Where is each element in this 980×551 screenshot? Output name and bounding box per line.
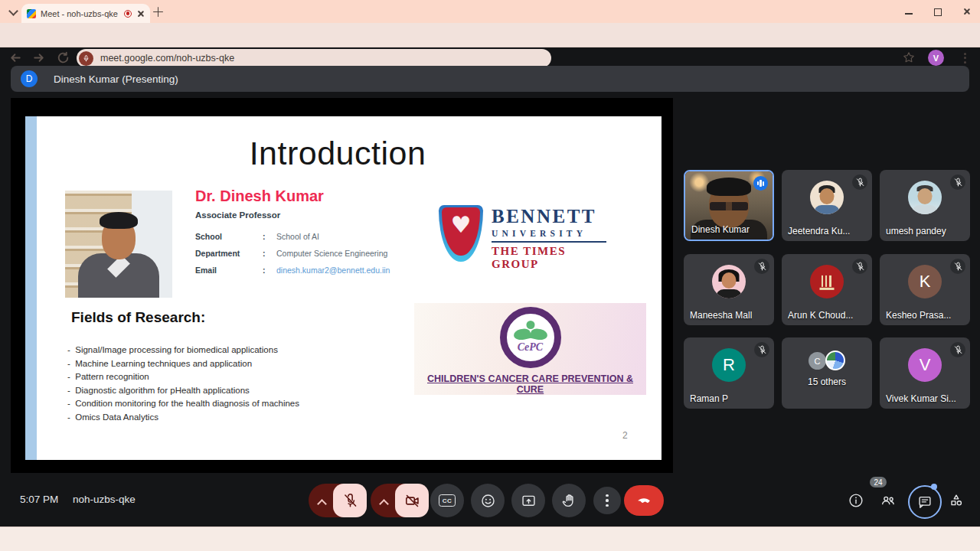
overflow-avatars: C [808,350,845,371]
overflow-label: 15 others [782,377,872,387]
more-options-button[interactable] [593,487,621,514]
reactions-button[interactable] [471,484,505,517]
field-item: Diagnostic algorithm for pHealth applica… [67,384,299,398]
screen: Meet - noh-uzbs-qke meet.google.com/noh-… [0,0,980,551]
audio-level-icon [753,176,768,191]
forward-icon[interactable] [32,51,45,64]
info-value: School of AI [276,232,319,241]
back-icon[interactable] [9,51,22,64]
browser-profile-avatar[interactable]: V [928,50,944,66]
activities-button[interactable] [941,485,972,516]
info-row-school: School: School of AI [195,232,319,241]
browser-tab[interactable]: Meet - noh-uzbs-qke [21,4,150,23]
field-item: Signal/Image processing for biomedical a… [67,344,299,357]
browser-menu-icon[interactable] [959,51,971,64]
present-icon [521,493,537,509]
camera-off-button[interactable] [395,484,429,517]
participant-avatar [810,181,844,214]
window-close-button[interactable] [962,6,972,17]
hand-icon [561,493,577,509]
participants-button[interactable] [873,485,903,516]
mic-off-icon [950,342,965,357]
participant-name: Maneesha Mall [690,310,752,321]
slide-page-number: 2 [622,430,628,441]
browser-toolbar: meet.google.com/noh-uzbs-qke V [0,23,980,47]
smiley-icon [480,493,496,509]
captions-button[interactable]: CC [430,484,464,517]
address-bar[interactable]: meet.google.com/noh-uzbs-qke [77,49,551,67]
participant-name: Kesheo Prasa... [886,310,951,321]
email-link: dinesh.kumar2@bennett.edu.iin [276,266,390,275]
mic-off-icon [754,259,769,274]
participant-avatar [908,181,942,214]
tab-title: Meet - noh-uzbs-qke [41,9,124,18]
presenter-avatar: D [21,70,38,87]
participant-name: Jeetendra Ku... [788,226,850,236]
field-item: Condition monitoring for the health diag… [67,397,299,411]
participant-tile[interactable]: Jeetendra Ku... [782,170,872,241]
fields-of-research-list: Signal/Image processing for biomedical a… [67,344,299,424]
screenshare-stage: Introduction Dr. Dinesh Kumar Associate … [11,98,673,473]
participant-avatar: K [908,265,942,298]
mic-permission-icon[interactable] [79,51,93,66]
meeting-info-button[interactable] [841,485,871,516]
mic-off-icon [852,174,867,190]
professor-name: Dr. Dinesh Kumar [195,187,324,205]
meeting-time: 5:07 PM [20,494,58,505]
people-icon [880,492,897,509]
cccpc-caption: CHILDREN'S CANCER CARE PREVENTION & CURE [414,373,646,395]
mic-off-button[interactable] [333,484,367,517]
windows-taskbar: V T ENG 17:07 21-09-2024 5 [0,527,980,551]
participant-avatar [810,265,844,298]
participant-name: umesh pandey [886,226,946,236]
participant-avatar: R [712,348,746,382]
browser-tab-strip: Meet - noh-uzbs-qke [0,0,980,23]
present-button[interactable] [511,484,545,517]
mic-off-icon [754,342,769,357]
presenting-label: Dinesh Kumar (Presenting) [54,73,178,85]
cccpc-logo-icon: CePC [500,307,561,368]
new-tab-button[interactable] [153,7,163,17]
participant-tile[interactable]: umesh pandey [880,170,970,241]
participants-count-badge: 24 [870,477,887,487]
tab-search-chevron-icon[interactable] [6,5,20,19]
presentation-slide: Introduction Dr. Dinesh Kumar Associate … [25,116,662,460]
captions-icon: CC [439,494,456,507]
chat-icon [916,494,933,510]
mic-off-icon [950,259,965,274]
participant-avatar: V [908,348,942,382]
url-text: meet.google.com/noh-uzbs-qke [100,53,234,64]
participant-tile[interactable]: V Vivek Kumar Si... [880,337,970,409]
bennett-shield-icon: ♥ [439,205,483,262]
participant-tile[interactable]: Arun K Choud... [782,254,872,325]
field-item: Pattern recognition [67,370,299,384]
participant-name: Dinesh Kumar [691,224,750,235]
participant-tile[interactable]: R Raman P [684,337,774,409]
raise-hand-button[interactable] [552,484,586,517]
participant-tile[interactable]: Dinesh Kumar [684,170,774,241]
info-icon [848,492,864,509]
window-maximize-button[interactable] [933,6,943,17]
camera-control-group [371,484,429,517]
professor-photo [65,191,172,298]
mic-off-icon [950,174,965,190]
participant-tile[interactable]: Maneesha Mall [684,254,774,325]
chat-button[interactable] [908,485,942,519]
slide-title: Introduction [37,135,639,172]
mic-control-group [309,484,367,517]
window-minimize-button[interactable] [903,6,914,17]
participant-tile[interactable]: K Kesheo Prasa... [880,254,970,325]
chat-notification-dot [931,484,937,490]
info-row-email: Email: dinesh.kumar2@bennett.edu.iin [195,266,390,275]
tab-close-icon[interactable] [137,10,145,18]
participants-overflow-tile[interactable]: C 15 others [782,337,872,409]
end-call-button[interactable] [624,485,664,516]
mic-off-icon [852,259,867,274]
reload-icon[interactable] [57,51,70,64]
recording-indicator-icon [124,10,132,18]
cccpc-banner: CePC CHILDREN'S CANCER CARE PREVENTION &… [414,303,646,395]
bookmark-star-icon[interactable] [902,51,916,67]
participant-avatar [712,265,746,298]
info-row-department: Department: Computer Science Engineering [195,249,387,258]
meeting-code: noh-uzbs-qke [73,494,136,505]
